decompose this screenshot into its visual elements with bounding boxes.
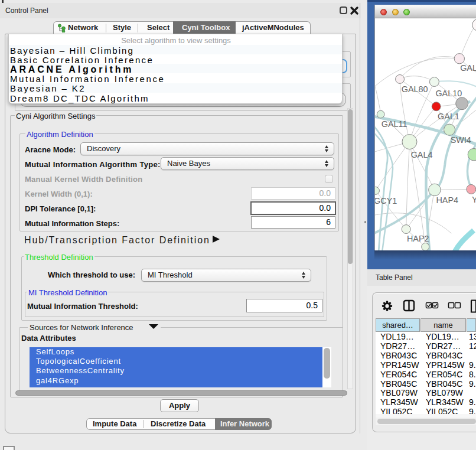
svg-text:HAP2: HAP2 [407, 234, 429, 243]
svg-text:GAL10: GAL10 [435, 89, 462, 98]
svg-text:GAL4: GAL4 [411, 150, 433, 159]
svg-text:YI: YI [472, 195, 476, 204]
svg-text:GCY1: GCY1 [374, 196, 397, 206]
svg-text:GAL11: GAL11 [382, 119, 407, 129]
svg-text:SWI4: SWI4 [451, 135, 471, 145]
svg-text:GAL80: GAL80 [402, 84, 428, 94]
svg-text:GAL2: GAL2 [460, 63, 476, 73]
svg-text:HAP4: HAP4 [436, 195, 458, 205]
svg-text:GAL1: GAL1 [438, 112, 459, 121]
